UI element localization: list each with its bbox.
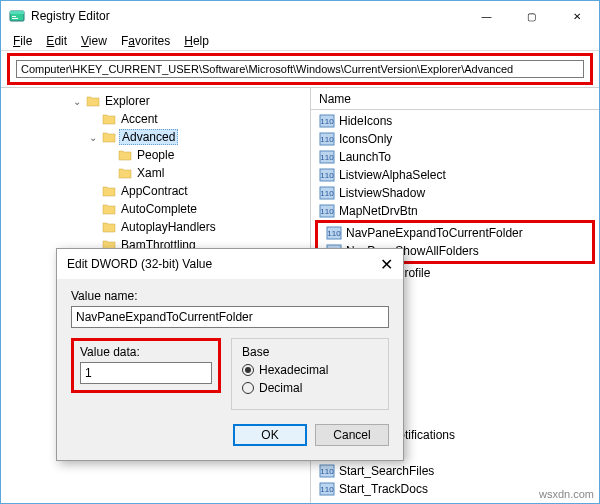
value-data-highlight: Value data: [71, 338, 221, 393]
base-group: Base Hexadecimal Decimal [231, 338, 389, 410]
dword-icon: 110 [319, 114, 335, 128]
list-row[interactable]: 110HideIcons [311, 112, 599, 130]
tree-item-advanced[interactable]: ⌄Advanced [7, 128, 308, 146]
list-row-label: MapNetDrvBtn [339, 204, 418, 218]
menu-view[interactable]: View [75, 34, 113, 48]
list-row[interactable]: 110Start_SearchFiles [311, 462, 599, 480]
list-row[interactable]: 110MapNetDrvBtn [311, 202, 599, 220]
list-row[interactable]: 110ListviewShadow [311, 184, 599, 202]
window-title: Registry Editor [31, 9, 110, 23]
list-header-name[interactable]: Name [311, 88, 599, 110]
radio-hex[interactable]: Hexadecimal [242, 363, 378, 377]
close-button[interactable]: ✕ [554, 1, 599, 31]
minimize-button[interactable]: — [464, 1, 509, 31]
address-bar[interactable] [16, 60, 584, 78]
tree-item-label: AutoComplete [119, 202, 199, 216]
list-row-label: Start_SearchFiles [339, 464, 434, 478]
tree-item-label: Xaml [135, 166, 166, 180]
menu-favorites[interactable]: Favorites [115, 34, 176, 48]
svg-text:110: 110 [320, 189, 334, 198]
radio-dec[interactable]: Decimal [242, 381, 378, 395]
tree-item-label: People [135, 148, 176, 162]
value-data-input[interactable] [80, 362, 212, 384]
menu-file[interactable]: File [7, 34, 38, 48]
folder-icon [102, 203, 116, 215]
svg-text:110: 110 [320, 485, 334, 494]
svg-rect-3 [12, 18, 18, 19]
dword-icon: 110 [319, 150, 335, 164]
tree-item-explorer[interactable]: ⌄Explorer [7, 92, 308, 110]
titlebar: Registry Editor — ▢ ✕ [1, 1, 599, 31]
folder-icon [86, 95, 100, 107]
folder-icon [118, 149, 132, 161]
svg-text:110: 110 [327, 229, 341, 238]
maximize-button[interactable]: ▢ [509, 1, 554, 31]
tree-item-appcontract[interactable]: AppContract [7, 182, 308, 200]
radio-dec-label: Decimal [259, 381, 302, 395]
list-row[interactable]: 110ListviewAlphaSelect [311, 166, 599, 184]
base-legend: Base [242, 345, 269, 359]
dword-icon: 110 [319, 482, 335, 496]
cancel-button[interactable]: Cancel [315, 424, 389, 446]
radio-hex-icon [242, 364, 254, 376]
tree-item-label: AutoplayHandlers [119, 220, 218, 234]
menubar: File Edit View Favorites Help [1, 31, 599, 51]
dword-icon: 110 [319, 168, 335, 182]
list-row[interactable]: 110IconsOnly [311, 130, 599, 148]
folder-icon [102, 185, 116, 197]
list-row[interactable]: 110NavPaneExpandToCurrentFolder [318, 224, 592, 242]
value-name-label: Value name: [71, 289, 389, 303]
ok-button[interactable]: OK [233, 424, 307, 446]
address-bar-highlight [7, 53, 593, 85]
list-row-label: LaunchTo [339, 150, 391, 164]
value-name-input[interactable] [71, 306, 389, 328]
tree-item-label: AppContract [119, 184, 190, 198]
list-row-label: IconsOnly [339, 132, 392, 146]
edit-dword-dialog: Edit DWORD (32-bit) Value ✕ Value name: … [56, 248, 404, 461]
list-row-label: ListviewShadow [339, 186, 425, 200]
folder-icon [102, 113, 116, 125]
list-row-label: ListviewAlphaSelect [339, 168, 446, 182]
radio-hex-label: Hexadecimal [259, 363, 328, 377]
tree-item-autoplayhandlers[interactable]: AutoplayHandlers [7, 218, 308, 236]
svg-text:110: 110 [320, 135, 334, 144]
svg-text:110: 110 [320, 153, 334, 162]
tree-item-autocomplete[interactable]: AutoComplete [7, 200, 308, 218]
svg-text:110: 110 [320, 171, 334, 180]
tree-item-label: Explorer [103, 94, 152, 108]
menu-help[interactable]: Help [178, 34, 215, 48]
dword-icon: 110 [319, 132, 335, 146]
tree-item-accent[interactable]: Accent [7, 110, 308, 128]
dword-icon: 110 [319, 186, 335, 200]
app-icon [9, 8, 25, 24]
dialog-titlebar: Edit DWORD (32-bit) Value ✕ [57, 249, 403, 279]
dialog-close-button[interactable]: ✕ [380, 255, 393, 274]
svg-rect-1 [10, 11, 24, 14]
folder-icon [118, 167, 132, 179]
dword-icon: 110 [319, 204, 335, 218]
tree-item-xaml[interactable]: Xaml [7, 164, 308, 182]
dword-icon: 110 [319, 464, 335, 478]
list-row-label: NavPaneExpandToCurrentFolder [346, 226, 523, 240]
tree-item-people[interactable]: People [7, 146, 308, 164]
folder-icon [102, 221, 116, 233]
list-row-label: HideIcons [339, 114, 392, 128]
tree-item-hidedesktopicons[interactable]: ›HideDesktopIcons [7, 500, 308, 503]
twisty-icon[interactable]: ⌄ [87, 132, 99, 143]
tree-item-label: Advanced [119, 129, 178, 145]
list-row-label: Start_TrackDocs [339, 482, 428, 496]
svg-rect-2 [12, 16, 16, 17]
twisty-icon[interactable]: ⌄ [71, 96, 83, 107]
watermark: wsxdn.com [539, 488, 594, 500]
folder-icon [102, 131, 116, 143]
tree-item-label: HideDesktopIcons [119, 502, 220, 503]
svg-text:110: 110 [320, 467, 334, 476]
window-controls: — ▢ ✕ [464, 1, 599, 31]
dialog-title-text: Edit DWORD (32-bit) Value [67, 257, 212, 271]
svg-text:110: 110 [320, 117, 334, 126]
radio-dec-icon [242, 382, 254, 394]
list-row[interactable]: 110LaunchTo [311, 148, 599, 166]
menu-edit[interactable]: Edit [40, 34, 73, 48]
tree-item-label: Accent [119, 112, 160, 126]
dialog-body: Value name: Value data: Base Hexadecimal… [57, 279, 403, 460]
